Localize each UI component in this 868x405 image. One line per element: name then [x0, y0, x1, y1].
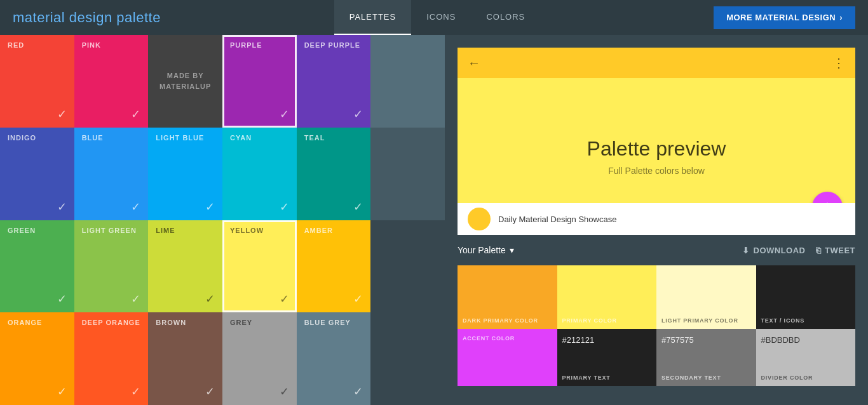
swatch-label: TEXT / ICONS [761, 317, 851, 324]
title-main: material design [13, 10, 112, 25]
more-btn-label: MORE MATERIAL DESIGN [726, 13, 836, 22]
download-button[interactable]: ⬇ DOWNLOAD [742, 246, 806, 255]
more-vert-icon[interactable]: ⋮ [832, 55, 845, 70]
color-cell-lime[interactable]: LIME ✓ [148, 220, 222, 313]
check-icon: ✓ [205, 200, 215, 214]
right-panel: ← ⋮ Palette preview Full Palette colors … [445, 35, 868, 405]
color-cell-grey[interactable]: GREY ✓ [222, 312, 297, 405]
preview-topbar: ← ⋮ [458, 48, 855, 78]
color-cell-orange[interactable]: ORANGE ✓ [0, 312, 74, 405]
primary-swatch-2[interactable]: LIGHT PRIMARY COLOR [656, 265, 756, 329]
nav-icons[interactable]: ICONS [411, 0, 471, 35]
check-icon: ✓ [57, 385, 67, 399]
showcase-avatar [468, 208, 491, 230]
color-name: BLUE [82, 134, 141, 142]
check-icon: ✓ [57, 292, 67, 306]
color-name: DEEP PURPLE [304, 41, 363, 49]
app-title: material design palette [13, 10, 161, 26]
color-name: BLUE GREY [304, 319, 363, 326]
color-cell-empty[interactable] [370, 35, 445, 128]
nav-palettes[interactable]: PALETTES [334, 0, 412, 35]
accent-swatch-3[interactable]: #BDBDBD DIVIDER COLOR [756, 329, 856, 386]
color-cell-made-by-materialup[interactable]: MADE BYMATERIALUP [148, 35, 222, 128]
check-icon: ✓ [280, 200, 289, 214]
color-cell-red[interactable]: RED ✓ [0, 35, 74, 128]
header-nav: PALETTES ICONS COLORS [334, 0, 541, 35]
swatch-label: PRIMARY COLOR [562, 317, 652, 324]
color-name: RED [8, 41, 67, 49]
color-cell-green[interactable]: GREEN ✓ [0, 220, 74, 313]
accent-swatch-1[interactable]: #212121 PRIMARY TEXT [557, 329, 657, 386]
header: material design palette PALETTES ICONS C… [0, 0, 868, 35]
accent-swatch-2[interactable]: #757575 SECONDARY TEXT [656, 329, 756, 386]
chevron-right-icon: › [839, 13, 843, 22]
back-icon[interactable]: ← [468, 56, 480, 70]
color-name: GREY [230, 319, 289, 326]
tweet-label: TWEET [825, 246, 855, 255]
color-cell-yellow[interactable]: YELLOW ✓ [222, 220, 297, 313]
title-accent: palette [116, 10, 161, 25]
color-name: TEAL [304, 134, 363, 142]
color-name: BROWN [156, 319, 215, 326]
nav-colors[interactable]: COLORS [471, 0, 540, 35]
check-icon: ✓ [353, 107, 363, 121]
check-icon: ✓ [131, 200, 140, 214]
color-cell-deep-orange[interactable]: DEEP ORANGE ✓ [74, 312, 149, 405]
materialup-label: MADE BYMATERIALUP [159, 70, 211, 91]
color-name: CYAN [230, 134, 289, 142]
color-cell-teal[interactable]: TEAL ✓ [297, 128, 371, 220]
check-icon: ✓ [57, 107, 67, 121]
tweet-button[interactable]: ⎗ TWEET [816, 246, 856, 255]
download-icon: ⬇ [742, 246, 750, 255]
showcase-text: Daily Material Design Showcase [498, 215, 616, 224]
preview-title: Palette preview [587, 137, 726, 161]
accent-swatches: ACCENT COLOR #212121 PRIMARY TEXT #75757… [458, 329, 855, 386]
check-icon: ✓ [353, 200, 363, 214]
check-icon: ✓ [280, 107, 289, 121]
palette-select-label: Your Palette [458, 245, 506, 255]
color-name: LIME [156, 227, 215, 234]
palette-preview-card: ← ⋮ Palette preview Full Palette colors … [458, 48, 855, 235]
color-cell-blue-grey[interactable]: BLUE GREY ✓ [297, 312, 371, 405]
check-icon: ✓ [205, 292, 215, 306]
check-icon: ✓ [353, 385, 363, 399]
color-cell-light-blue[interactable]: LIGHT BLUE ✓ [148, 128, 222, 220]
color-cell-empty2[interactable] [370, 128, 445, 220]
check-icon: ✓ [57, 200, 67, 214]
check-icon: ✓ [353, 292, 363, 306]
swatch-label: LIGHT PRIMARY COLOR [661, 317, 751, 324]
color-cell-empty3[interactable] [370, 220, 445, 313]
color-cell-deep-purple[interactable]: DEEP PURPLE ✓ [297, 35, 371, 128]
swatch-hex: #757575 [661, 335, 751, 345]
color-palette-grid: RED ✓ PINK ✓ MADE BYMATERIALUP PURPLE ✓ … [0, 35, 445, 405]
palette-select-dropdown[interactable]: Your Palette ▾ [458, 245, 514, 255]
color-cell-empty4[interactable] [370, 312, 445, 405]
color-cell-indigo[interactable]: INDIGO ✓ [0, 128, 74, 220]
color-cell-cyan[interactable]: CYAN ✓ [222, 128, 297, 220]
swatch-hex: #BDBDBD [761, 335, 851, 345]
check-icon: ✓ [131, 292, 140, 306]
color-cell-brown[interactable]: BROWN ✓ [148, 312, 222, 405]
swatch-label2: DIVIDER COLOR [761, 375, 851, 381]
more-material-design-button[interactable]: MORE MATERIAL DESIGN › [714, 6, 855, 29]
palette-toolbar: Your Palette ▾ ⬇ DOWNLOAD ⎗ TWEET [445, 235, 868, 265]
check-icon: ✓ [280, 385, 289, 399]
color-cell-blue[interactable]: BLUE ✓ [74, 128, 149, 220]
color-cell-pink[interactable]: PINK ✓ [74, 35, 149, 128]
color-name: YELLOW [230, 227, 289, 234]
primary-swatch-0[interactable]: DARK PRIMARY COLOR [458, 265, 557, 329]
color-name: PINK [82, 41, 141, 49]
color-name: DEEP ORANGE [82, 319, 141, 326]
color-name: GREEN [8, 227, 67, 234]
swatch-label2: PRIMARY TEXT [562, 375, 652, 381]
accent-swatch-0[interactable]: ACCENT COLOR [458, 329, 557, 386]
color-cell-light-green[interactable]: LIGHT GREEN ✓ [74, 220, 149, 313]
primary-swatch-3[interactable]: TEXT / ICONS [756, 265, 856, 329]
color-cell-amber[interactable]: AMBER ✓ [297, 220, 371, 313]
swatch-hex: #212121 [562, 335, 652, 345]
share-icon: ⎗ [816, 246, 822, 255]
color-cell-purple[interactable]: PURPLE ✓ [222, 35, 297, 128]
primary-swatch-1[interactable]: PRIMARY COLOR [557, 265, 657, 329]
toolbar-actions: ⬇ DOWNLOAD ⎗ TWEET [742, 246, 855, 255]
swatch-label2: SECONDARY TEXT [661, 375, 751, 381]
